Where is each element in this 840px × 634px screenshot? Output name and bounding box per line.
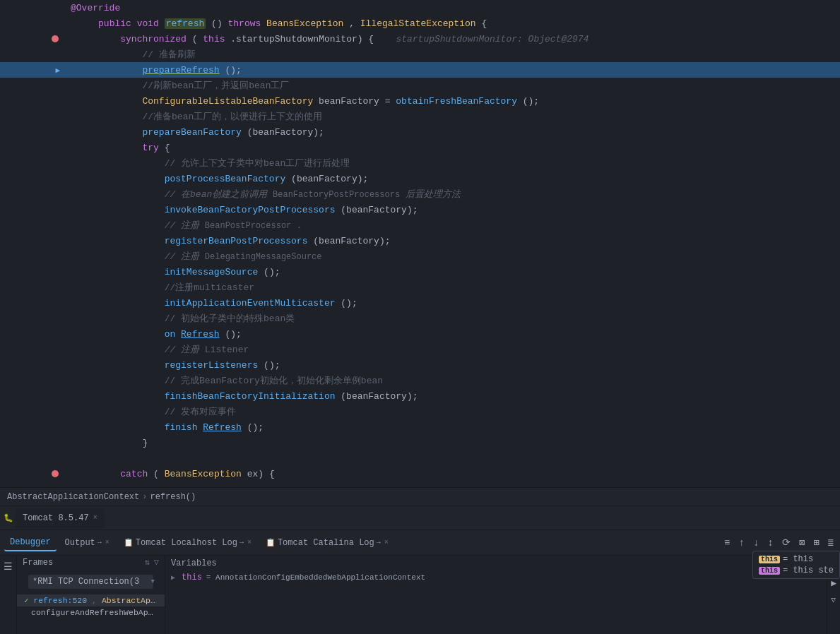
code-text: (); [341, 298, 357, 309]
code-content: on Refresh (); [67, 329, 840, 340]
comment: // 初始化子类中的特殊bean类 [165, 313, 295, 324]
code-line: initMessageSource (); [0, 264, 840, 280]
code-text: BeanPostProcessor [205, 221, 291, 231]
code-text [71, 422, 159, 433]
code-text [71, 205, 159, 215]
code-text [71, 158, 159, 169]
scroll-up-icon[interactable]: ↑ [736, 536, 746, 550]
frames-sort-icon[interactable]: ⇅ [145, 557, 150, 568]
frames-button[interactable]: ☰ [1, 558, 15, 575]
localhost-pin-icon: → [239, 539, 244, 546]
code-line: initApplicationEventMulticaster (); [0, 295, 840, 311]
catalina-close-button[interactable]: × [384, 539, 389, 546]
comment: // 允许上下文子类中对bean工厂进行后处理 [165, 158, 350, 169]
code-line [0, 450, 840, 466]
code-text [71, 143, 137, 153]
comment: // 发布对应事件 [165, 407, 236, 417]
layout-icon[interactable]: ⊞ [811, 535, 821, 550]
tab-close-button[interactable]: × [93, 514, 97, 522]
frames-panel: Frames ⇅ ▽ *RMI TCP Connection(3)-127.0.… [17, 556, 165, 634]
code-line: // 注册 Listener [0, 342, 840, 357]
output-tab[interactable]: Output → × [59, 535, 115, 551]
code-text: (beanFactory); [341, 391, 418, 402]
breadcrumb-class: AbstractApplicationContext [7, 492, 139, 502]
line-gutter: ▶ [0, 66, 67, 75]
refresh-icon[interactable]: ⟳ [780, 535, 793, 550]
line-gutter [0, 35, 67, 42]
variables-header: Variables [171, 558, 821, 568]
code-line: // 初始化子类中的特殊bean类 [0, 311, 840, 326]
code-line: on Refresh (); [0, 326, 840, 342]
active-frame-icon: ✓ [24, 597, 33, 605]
code-text: (); [264, 360, 280, 371]
code-text: } [142, 438, 148, 448]
list-icon[interactable]: ≣ [826, 535, 836, 550]
code-line: // 注册 BeanPostProcessor . [0, 217, 840, 233]
code-text: (); [225, 65, 241, 76]
grid-icon[interactable]: ⊠ [797, 535, 807, 550]
localhost-close-button[interactable]: × [247, 539, 252, 546]
code-text [71, 236, 159, 246]
code-content: prepareRefresh (); [67, 65, 840, 76]
comment: //刷新bean工厂，并返回bean工厂 [142, 80, 289, 91]
code-text [71, 438, 137, 448]
code-text [71, 127, 137, 138]
this-badge: this [759, 556, 780, 563]
method-call: registerListeners [165, 360, 259, 371]
code-content [67, 453, 840, 464]
code-text: () [211, 18, 227, 29]
code-text: , [349, 18, 360, 29]
code-content: public void refresh () throws BeansExcep… [67, 18, 840, 29]
tomcat-catalina-tab[interactable]: 📋 Tomcat Catalina Log → × [260, 535, 394, 551]
tomcat-tab[interactable]: Tomcat 8.5.47 × [16, 508, 105, 528]
code-line: postProcessBeanFactory (beanFactory); [0, 171, 840, 186]
code-text: (beanFactory); [313, 236, 390, 246]
comment: startupShutdownMonitor: Object@2974 [396, 34, 588, 44]
expand-icon[interactable]: ↕ [765, 536, 775, 550]
code-line: @Override [0, 0, 840, 16]
variables-filter-icon[interactable]: ▽ [829, 593, 839, 606]
code-text: ( [192, 34, 198, 44]
this-popup-row2: this = this ste [759, 566, 834, 575]
this-popup-row1: this = this [759, 554, 834, 564]
scroll-down-icon[interactable]: ↓ [751, 536, 761, 550]
code-line: //注册multicaster [0, 280, 840, 295]
menu-icon[interactable]: ≡ [722, 536, 732, 550]
code-text: ( [153, 469, 159, 479]
code-content: catch ( BeansException ex) { [67, 469, 840, 479]
code-text: BeanFactoryPostProcessors [273, 190, 400, 200]
output-close-button[interactable]: × [105, 539, 110, 546]
expand-arrow-icon[interactable]: ▶ [171, 573, 175, 582]
code-text [71, 329, 159, 340]
code-content: try { [67, 143, 840, 153]
code-content: // 在bean创建之前调用 BeanFactoryPostProcessors… [67, 188, 840, 201]
method-call: finishBeanFactoryInitialization [165, 391, 336, 402]
code-content: //准备bean工厂的，以便进行上下文的使用 [67, 110, 840, 123]
tomcat-localhost-tab[interactable]: 📋 Tomcat Localhost Log → × [118, 535, 257, 551]
code-editor: @Override public void refresh () throws … [0, 0, 840, 487]
method-call: Refresh [203, 422, 242, 433]
comment: //准备bean工厂的，以便进行上下文的使用 [142, 112, 322, 122]
code-text: ex) { [247, 469, 275, 479]
frames-filter-icon[interactable]: ▽ [154, 557, 159, 568]
thread-selector[interactable]: *RMI TCP Connection(3)-127.0.0.1*@2,371 … [28, 575, 153, 589]
code-text [71, 80, 137, 91]
code-line-highlighted: ▶ prepareRefresh (); [0, 62, 840, 78]
this-sta-badge: this [759, 567, 780, 575]
code-text: (); [523, 96, 539, 107]
code-text [71, 345, 159, 355]
keyword: try [142, 143, 158, 153]
code-line: ConfigurableListableBeanFactory beanFact… [0, 93, 840, 109]
method-call: initMessageSource [165, 267, 259, 277]
method-call: prepareBeanFactory [142, 127, 241, 138]
tomcat-log-icon: 📋 [124, 538, 134, 547]
debug-arrow-icon: ▶ [55, 66, 60, 75]
stack-frame-item[interactable]: ✓ refresh:520 , AbstractApplicationConte… [17, 594, 165, 606]
code-text: { [481, 18, 487, 29]
tomcat-tab-label: Tomcat 8.5.47 [23, 513, 89, 523]
debugger-tab[interactable]: Debugger [4, 534, 57, 551]
code-content: } [67, 438, 840, 448]
method-call: obtainFreshBeanFactory [396, 96, 517, 107]
code-text: beanFactory = [319, 96, 396, 107]
stack-frame-item[interactable]: configureAndRefreshWebApplicationContext… [17, 606, 165, 618]
